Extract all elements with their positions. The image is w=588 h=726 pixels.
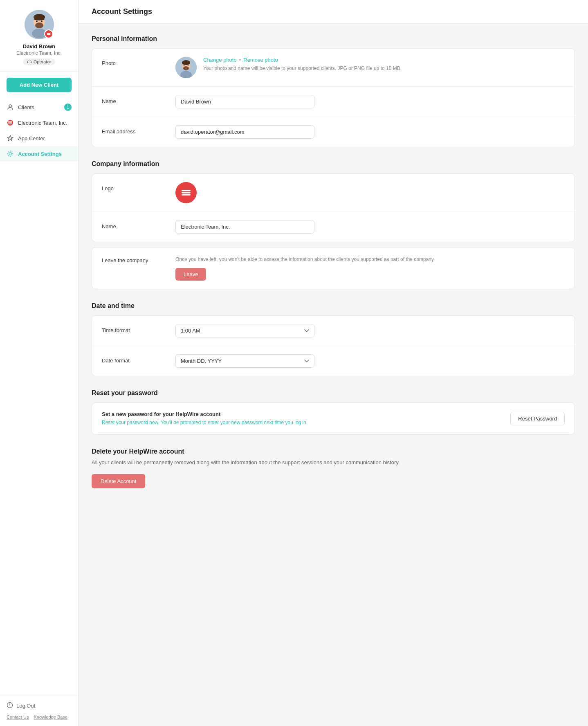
svg-point-6: [34, 14, 45, 20]
sidebar-item-clients[interactable]: Clients 1: [0, 99, 78, 115]
sidebar-profile: David Brown Electronic Team, Inc. Operat…: [0, 0, 78, 72]
clients-icon: [7, 103, 14, 111]
email-input[interactable]: [175, 125, 314, 139]
electronic-team-icon: [7, 119, 14, 126]
sidebar-nav: Clients 1 Electronic Team, Inc. A: [0, 98, 78, 695]
logo-label: Logo: [102, 182, 175, 191]
logo-content: [175, 182, 565, 203]
company-name-input[interactable]: [175, 220, 314, 234]
time-format-content: 1:00 AM 13:00: [175, 324, 565, 337]
email-label: Email address: [102, 125, 175, 135]
reset-password-title: Reset your password: [92, 389, 575, 397]
sidebar-clients-label: Clients: [18, 104, 34, 110]
logout-button[interactable]: Log Out: [7, 702, 72, 710]
delete-account-title: Delete your HelpWire account: [92, 448, 575, 455]
sidebar-account-settings-label: Account Settings: [18, 151, 62, 157]
svg-rect-10: [47, 34, 50, 35]
remove-photo-link[interactable]: Remove photo: [243, 57, 278, 63]
avatar-wrapper: [25, 10, 54, 39]
svg-rect-8: [47, 33, 50, 34]
email-row: Email address: [92, 117, 575, 147]
svg-point-18: [9, 153, 11, 155]
svg-point-13: [9, 105, 11, 107]
add-new-client-button[interactable]: Add New Client: [7, 78, 72, 92]
time-format-label: Time format: [102, 324, 175, 333]
clients-badge: 1: [64, 103, 72, 111]
sidebar-app-center-label: App Center: [18, 135, 45, 142]
delete-account-description: All your clients will be permanently rem…: [92, 459, 575, 467]
photo-content: Change photo • Remove photo Your photo a…: [175, 57, 565, 78]
account-settings-icon: [7, 150, 14, 157]
svg-point-3: [35, 22, 43, 28]
reset-password-description-title: Set a new password for your HelpWire acc…: [102, 411, 504, 417]
main-body: Personal information Photo: [79, 24, 588, 513]
date-format-content: Month DD, YYYY DD Month YYYY YYYY-MM-DD …: [175, 354, 565, 368]
company-name-label: Name: [102, 220, 175, 229]
sidebar: David Brown Electronic Team, Inc. Operat…: [0, 0, 79, 726]
personal-information-section: Personal information Photo: [92, 35, 575, 147]
sidebar-user-company: Electronic Team, Inc.: [16, 50, 62, 56]
reset-password-section: Reset your password Set a new password f…: [92, 389, 575, 435]
photo-link-separator: •: [239, 57, 241, 63]
date-format-select[interactable]: Month DD, YYYY DD Month YYYY YYYY-MM-DD …: [175, 354, 314, 368]
leave-company-row: Leave the company Once you have left, yo…: [92, 247, 575, 289]
svg-rect-16: [8, 122, 12, 123]
time-format-select[interactable]: 1:00 AM 13:00: [175, 324, 314, 337]
logout-label: Log Out: [16, 703, 35, 709]
company-info-card: Logo Name: [92, 173, 575, 242]
app-center-icon: [7, 135, 14, 142]
photo-label: Photo: [102, 57, 175, 66]
company-information-section: Company information Logo: [92, 160, 575, 289]
date-format-label: Date format: [102, 354, 175, 364]
svg-rect-27: [182, 190, 191, 191]
delete-account-button[interactable]: Delete Account: [92, 474, 145, 488]
change-photo-link[interactable]: Change photo: [203, 57, 237, 63]
leave-company-label: Leave the company: [102, 256, 175, 263]
sidebar-links: Contact Us Knowledge Base: [7, 715, 72, 719]
company-name-row: Name: [92, 212, 575, 242]
leave-company-button[interactable]: Leave: [175, 268, 206, 281]
leave-company-content: Once you have left, you won't be able to…: [175, 256, 565, 281]
knowledge-base-link[interactable]: Knowledge Base: [34, 715, 67, 719]
time-format-row: Time format 1:00 AM 13:00: [92, 316, 575, 346]
photo-links: Change photo • Remove photo: [203, 57, 402, 63]
sidebar-electronic-team-label: Electronic Team, Inc.: [18, 120, 67, 126]
datetime-title: Date and time: [92, 302, 575, 310]
name-input[interactable]: [175, 95, 314, 108]
photo-info: Change photo • Remove photo Your photo a…: [203, 57, 402, 72]
main-header: Account Settings: [79, 0, 588, 24]
email-content: [175, 125, 565, 139]
svg-rect-29: [182, 194, 191, 196]
svg-rect-15: [8, 121, 12, 122]
svg-rect-9: [47, 34, 50, 34]
name-label: Name: [102, 95, 175, 104]
personal-info-card: Photo: [92, 48, 575, 147]
svg-rect-28: [182, 192, 191, 193]
sidebar-footer: Log Out Contact Us Knowledge Base: [0, 695, 78, 726]
company-logo: [175, 182, 197, 203]
sidebar-item-app-center[interactable]: App Center: [0, 130, 78, 146]
photo-area: Change photo • Remove photo Your photo a…: [175, 57, 565, 78]
svg-rect-17: [8, 124, 12, 124]
name-content: [175, 95, 565, 108]
personal-info-title: Personal information: [92, 35, 575, 43]
reset-password-card: Set a new password for your HelpWire acc…: [92, 402, 575, 435]
date-format-row: Date format Month DD, YYYY DD Month YYYY…: [92, 346, 575, 376]
page-title: Account Settings: [92, 7, 575, 16]
delete-account-section: Delete your HelpWire account All your cl…: [92, 448, 575, 488]
logout-icon: [7, 702, 13, 710]
svg-point-5: [41, 20, 43, 22]
svg-point-26: [182, 60, 190, 65]
sidebar-item-account-settings[interactable]: Account Settings: [0, 146, 78, 162]
leave-company-card: Leave the company Once you have left, yo…: [92, 247, 575, 289]
sidebar-item-electronic-team[interactable]: Electronic Team, Inc.: [0, 115, 78, 130]
photo-description: Your photo and name will be visible to y…: [203, 65, 402, 72]
contact-us-link[interactable]: Contact Us: [7, 715, 29, 719]
reset-password-description: Reset your password now. You'll be promp…: [102, 419, 504, 426]
sidebar-role-badge: Operator: [23, 58, 55, 65]
photo-avatar: [175, 57, 197, 78]
svg-point-23: [183, 66, 189, 70]
logo-row: Logo: [92, 174, 575, 212]
photo-row: Photo: [92, 49, 575, 87]
reset-password-button[interactable]: Reset Password: [510, 412, 565, 425]
